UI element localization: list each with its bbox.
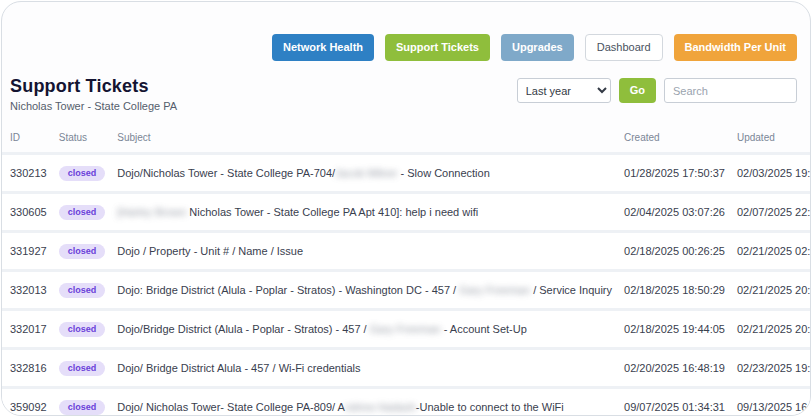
ticket-created: 02/18/2025 19:44:05 xyxy=(618,310,731,349)
ticket-created: 02/04/2025 03:07:26 xyxy=(618,193,731,232)
ticket-id: 332017 xyxy=(2,310,53,349)
table-row: 332017closedDojo/Bridge District (Alula … xyxy=(2,310,811,349)
ticket-id: 330605 xyxy=(2,193,53,232)
ticket-updated: 02/21/2025 02:01:06 xyxy=(731,232,811,271)
table-row: 330213closedDojo/Nicholas Tower - State … xyxy=(2,154,811,193)
subject-text: Nicholas Tower - State College PA Apt 41… xyxy=(186,206,478,218)
ticket-table-body: 330213closedDojo/Nicholas Tower - State … xyxy=(2,154,811,417)
ticket-created: 02/18/2025 00:26:25 xyxy=(618,232,731,271)
tickets-table: ID Status Subject Created Updated 330213… xyxy=(2,126,811,416)
ticket-updated: 02/03/2025 19:01:07 xyxy=(731,154,811,193)
table-row: 332816closedDojo/ Bridge District Alula … xyxy=(2,349,811,388)
ticket-id: 331927 xyxy=(2,232,53,271)
ticket-created: 01/28/2025 17:50:37 xyxy=(618,154,731,193)
subject-text: / Service Inquiry xyxy=(530,284,612,296)
nav-button-bandwidth-per-unit[interactable]: Bandwidth Per Unit xyxy=(674,34,797,61)
ticket-created: 09/07/2025 01:34:31 xyxy=(618,388,731,417)
table-row: 330605closed[Harley Brown Nicholas Tower… xyxy=(2,193,811,232)
redacted-name: Gary Freeman xyxy=(370,323,441,335)
ticket-status-cell: closed xyxy=(53,349,112,388)
status-badge: closed xyxy=(59,361,106,376)
ticket-subject: Dojo/ Bridge District Alula - 457 / Wi-F… xyxy=(111,349,618,388)
ticket-updated: 02/07/2025 22:01:09 xyxy=(731,193,811,232)
ticket-subject: [Harley Brown Nicholas Tower - State Col… xyxy=(111,193,618,232)
ticket-created: 02/18/2025 18:50:29 xyxy=(618,271,731,310)
nav-button-network-health[interactable]: Network Health xyxy=(272,34,374,61)
column-header-created: Created xyxy=(618,126,731,154)
ticket-updated: 02/21/2025 20:01:06 xyxy=(731,271,811,310)
ticket-id: 359092 xyxy=(2,388,53,417)
period-select[interactable]: Last year xyxy=(517,78,611,103)
column-header-status: Status xyxy=(53,126,112,154)
subject-text: Dojo/Nicholas Tower - State College PA-7… xyxy=(117,167,335,179)
subject-text: Dojo/ Bridge District Alula - 457 / Wi-F… xyxy=(117,362,360,374)
title-block: Support Tickets Nicholas Tower - State C… xyxy=(10,76,177,112)
ticket-updated: 02/21/2025 20:01:06 xyxy=(731,310,811,349)
subject-text: Dojo/ Nicholas Tower- State College PA-8… xyxy=(117,401,345,413)
page-subtitle: Nicholas Tower - State College PA xyxy=(10,100,177,112)
subject-text: - Account Set-Up xyxy=(441,323,527,335)
top-nav: Network Health Support Tickets Upgrades … xyxy=(2,2,810,61)
redacted-name: ndrew Hadash xyxy=(345,401,416,413)
page-header: Support Tickets Nicholas Tower - State C… xyxy=(2,61,810,112)
go-button[interactable]: Go xyxy=(619,78,656,103)
status-badge: closed xyxy=(59,400,106,415)
ticket-status-cell: closed xyxy=(53,388,112,417)
subject-text: - Slow Connection xyxy=(397,167,489,179)
column-header-subject: Subject xyxy=(111,126,618,154)
ticket-status-cell: closed xyxy=(53,271,112,310)
nav-button-upgrades[interactable]: Upgrades xyxy=(501,34,574,61)
table-row: 359092closedDojo/ Nicholas Tower- State … xyxy=(2,388,811,417)
subject-text: Dojo/Bridge District (Alula - Poplar - S… xyxy=(117,323,369,335)
ticket-subject: Dojo/ Nicholas Tower- State College PA-8… xyxy=(111,388,618,417)
redacted-name: Gary Freeman xyxy=(459,284,530,296)
status-badge: closed xyxy=(59,166,106,181)
ticket-created: 02/20/2025 16:48:19 xyxy=(618,349,731,388)
status-badge: closed xyxy=(59,322,106,337)
status-badge: closed xyxy=(59,205,106,220)
nav-button-support-tickets[interactable]: Support Tickets xyxy=(385,34,490,61)
ticket-updated: 09/13/2025 16:01:07 xyxy=(731,388,811,417)
ticket-id: 332816 xyxy=(2,349,53,388)
table-header-row: ID Status Subject Created Updated xyxy=(2,126,811,154)
nav-button-dashboard[interactable]: Dashboard xyxy=(585,34,663,61)
column-header-id: ID xyxy=(2,126,53,154)
ticket-updated: 02/23/2025 19:01:06 xyxy=(731,349,811,388)
redacted-name: [Harley Brown xyxy=(117,206,186,218)
table-row: 332013closedDojo: Bridge District (Alula… xyxy=(2,271,811,310)
filter-controls: Last year Go xyxy=(517,78,797,103)
ticket-subject: Dojo: Bridge District (Alula - Poplar - … xyxy=(111,271,618,310)
ticket-subject: Dojo/Bridge District (Alula - Poplar - S… xyxy=(111,310,618,349)
subject-text: Dojo / Property - Unit # / Name / Issue xyxy=(117,245,303,257)
column-header-updated: Updated xyxy=(731,126,811,154)
ticket-id: 332013 xyxy=(2,271,53,310)
status-badge: closed xyxy=(59,244,106,259)
ticket-status-cell: closed xyxy=(53,193,112,232)
status-badge: closed xyxy=(59,283,106,298)
ticket-subject: Dojo / Property - Unit # / Name / Issue xyxy=(111,232,618,271)
search-input[interactable] xyxy=(664,78,797,103)
table-row: 331927closedDojo / Property - Unit # / N… xyxy=(2,232,811,271)
ticket-status-cell: closed xyxy=(53,232,112,271)
subject-text: -Unable to connect to the WiFi xyxy=(416,401,564,413)
page-title: Support Tickets xyxy=(10,76,177,97)
ticket-status-cell: closed xyxy=(53,310,112,349)
subject-text: Dojo: Bridge District (Alula - Poplar - … xyxy=(117,284,459,296)
ticket-id: 330213 xyxy=(2,154,53,193)
redacted-name: Jacob Milner xyxy=(335,167,397,179)
ticket-status-cell: closed xyxy=(53,154,112,193)
support-tickets-card: Network Health Support Tickets Upgrades … xyxy=(1,1,811,416)
ticket-subject: Dojo/Nicholas Tower - State College PA-7… xyxy=(111,154,618,193)
